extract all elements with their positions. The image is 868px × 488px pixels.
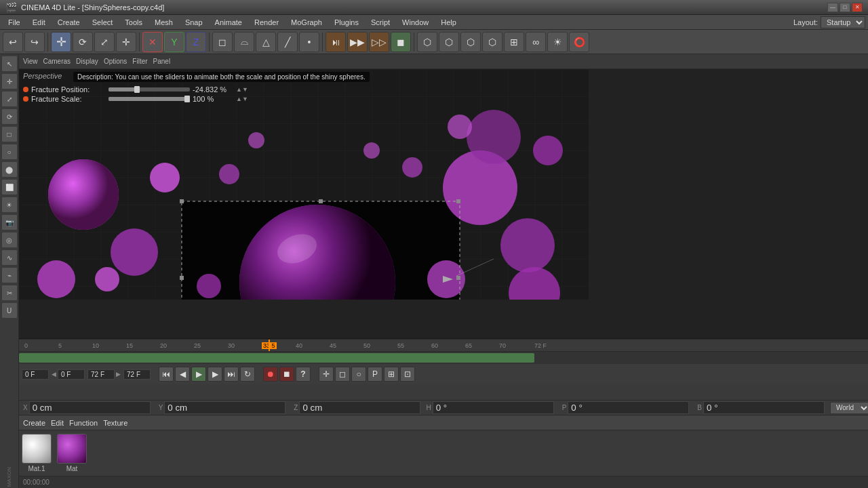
menu-render[interactable]: Render xyxy=(249,17,284,28)
fracture-scale-arrows[interactable]: ▲▼ xyxy=(236,96,248,102)
menu-file[interactable]: File xyxy=(3,17,26,28)
coord-y-input[interactable] xyxy=(164,401,285,414)
go-start-button[interactable]: ⏮ xyxy=(159,367,174,382)
menu-create[interactable]: Create xyxy=(52,17,85,28)
render-settings[interactable]: ▷▷ xyxy=(369,32,389,52)
menu-mograph[interactable]: MoGraph xyxy=(285,17,328,28)
fracture-position-handle[interactable] xyxy=(134,86,140,93)
coord-space-dropdown[interactable]: World Object xyxy=(830,402,868,414)
poly-mode[interactable]: △ xyxy=(256,32,276,52)
transform-rotate2[interactable]: ◻ xyxy=(335,367,350,382)
playhead-marker[interactable] xyxy=(269,340,270,351)
viewport-menu-view[interactable]: View xyxy=(23,58,38,65)
ipr[interactable]: ◼ xyxy=(391,32,411,52)
render-region[interactable]: ⏯ xyxy=(326,32,346,52)
tool-magnet-l[interactable]: U xyxy=(1,302,18,319)
frame-current-input[interactable] xyxy=(58,369,85,380)
tool-camera-l[interactable]: 📷 xyxy=(1,214,18,230)
tool-scale-l[interactable]: ⤢ xyxy=(1,91,18,107)
coord-b-input[interactable] xyxy=(703,401,825,414)
edge-mode[interactable]: ╱ xyxy=(277,32,298,52)
transform-move[interactable]: ✛ xyxy=(319,367,334,382)
tool-select[interactable]: ↖ xyxy=(1,56,18,72)
extra-tool[interactable]: ⭕ xyxy=(569,32,589,52)
fracture-position-track[interactable] xyxy=(108,87,190,92)
tool-null-l[interactable]: ◎ xyxy=(1,232,18,248)
menu-plugins[interactable]: Plugins xyxy=(329,17,364,28)
material-mat1[interactable]: Mat.1 xyxy=(22,434,52,472)
point-mode[interactable]: • xyxy=(299,32,319,52)
tool-light-l[interactable]: ☀ xyxy=(1,197,18,213)
snap-tool[interactable]: ☀ xyxy=(547,32,568,52)
frame-arrow-left[interactable]: ◀ xyxy=(52,371,56,378)
transform-extra2[interactable]: ⊞ xyxy=(384,367,399,382)
record-button[interactable]: ⏺ xyxy=(263,367,278,382)
tool-rotate-l[interactable]: ⟳ xyxy=(1,108,18,125)
timeline-range-bar[interactable] xyxy=(19,353,534,363)
coord-z-input[interactable] xyxy=(299,401,420,414)
spline-mode[interactable]: ⌓ xyxy=(234,32,254,52)
tool-spline-l[interactable]: ∿ xyxy=(1,249,18,266)
menu-edit[interactable]: Edit xyxy=(27,17,51,28)
play-button[interactable]: ▶ xyxy=(191,367,206,382)
undo-button[interactable]: ↩ xyxy=(3,32,23,52)
layout-dropdown[interactable]: Startup xyxy=(821,16,865,28)
fracture-scale-track[interactable] xyxy=(108,97,190,101)
step-back-button[interactable]: ◀ xyxy=(175,367,190,382)
viewport-menu-options[interactable]: Options xyxy=(104,58,127,65)
mat-menu-edit[interactable]: Edit xyxy=(51,419,64,427)
close-button[interactable]: ✕ xyxy=(852,3,863,12)
tool-box[interactable]: □ xyxy=(1,126,18,142)
coord-h-input[interactable] xyxy=(433,401,554,414)
viewport-menu-panel[interactable]: Panel xyxy=(153,58,171,65)
viewport[interactable]: View Cameras Display Options Filter Pane… xyxy=(19,54,868,339)
timeline-tracks[interactable] xyxy=(19,352,868,364)
material-mat[interactable]: Mat xyxy=(57,434,87,472)
y-axis[interactable]: Y xyxy=(164,32,184,52)
viewport-menu-display[interactable]: Display xyxy=(76,58,98,65)
mat-menu-create[interactable]: Create xyxy=(23,419,45,427)
frame-max-input[interactable] xyxy=(123,369,151,380)
menu-mesh[interactable]: Mesh xyxy=(149,17,178,28)
help-button[interactable]: ? xyxy=(296,367,311,382)
fracture-position-arrows[interactable]: ▲▼ xyxy=(236,86,248,93)
menu-animate[interactable]: Animate xyxy=(210,17,248,28)
menu-snap[interactable]: Snap xyxy=(180,17,208,28)
z-axis[interactable]: Z xyxy=(186,32,206,52)
maximize-button[interactable]: □ xyxy=(840,3,850,12)
object-mode[interactable]: ◻ xyxy=(212,32,233,52)
menu-help[interactable]: Help xyxy=(435,17,462,28)
tool-sphere-l[interactable]: ○ xyxy=(1,144,18,160)
tool-paint-l[interactable]: ⌁ xyxy=(1,267,18,283)
transform-extra3[interactable]: ⊡ xyxy=(400,367,415,382)
timeline-ruler[interactable]: 0 5 10 15 20 25 30 33 5 40 45 50 55 60 6… xyxy=(19,340,868,352)
tool-cylinder-l[interactable]: ⬤ xyxy=(1,161,18,178)
tool-knife-l[interactable]: ✂ xyxy=(1,285,18,301)
camera-tool[interactable]: ⊞ xyxy=(504,32,524,52)
menu-script[interactable]: Script xyxy=(366,17,395,28)
render-viewport[interactable]: ▶▶ xyxy=(347,32,368,52)
record-stop-button[interactable]: ⏹ xyxy=(279,367,294,382)
tool3[interactable]: ✛ xyxy=(116,32,136,52)
view-right[interactable]: ⬡ xyxy=(460,32,481,52)
move-tool[interactable]: ✛ xyxy=(51,32,71,52)
menu-tools[interactable]: Tools xyxy=(119,17,148,28)
frame-arrow-right[interactable]: ▶ xyxy=(116,371,121,378)
viewport-menu-filter[interactable]: Filter xyxy=(132,58,147,65)
redo-button[interactable]: ↪ xyxy=(24,32,45,52)
menu-window[interactable]: Window xyxy=(397,17,434,28)
go-end-button[interactable]: ⏭ xyxy=(224,367,239,382)
tool-move[interactable]: ✛ xyxy=(1,73,18,89)
frame-start-input[interactable] xyxy=(22,369,49,380)
viewport-menu-cameras[interactable]: Cameras xyxy=(43,58,71,65)
minimize-button[interactable]: — xyxy=(827,3,838,12)
coord-x-input[interactable] xyxy=(29,401,151,414)
mat-menu-function[interactable]: Function xyxy=(69,419,98,427)
rotate-tool[interactable]: ⟳ xyxy=(73,32,93,52)
tool-plane-l[interactable]: ⬜ xyxy=(1,179,18,195)
view-persp[interactable]: ⬡ xyxy=(417,32,437,52)
light-tool[interactable]: ∞ xyxy=(526,32,546,52)
coord-p-input[interactable] xyxy=(568,401,689,414)
fracture-scale-handle[interactable] xyxy=(184,96,190,102)
mat-menu-texture[interactable]: Texture xyxy=(103,419,127,427)
